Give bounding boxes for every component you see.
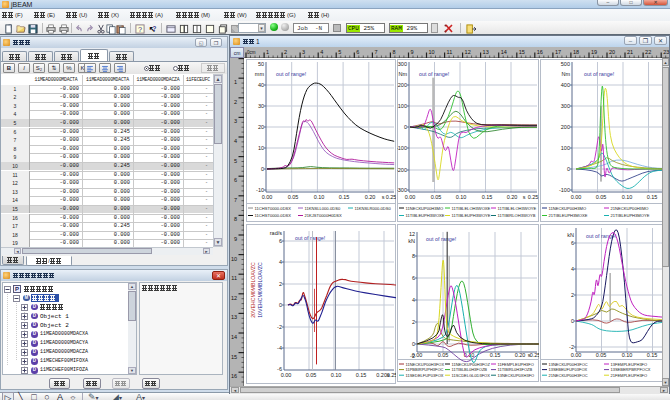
svg-text:2: 2 xyxy=(571,292,574,298)
svg-text:0: 0 xyxy=(261,166,264,172)
svg-text:11SCDELGL0D3FOX: 11SCDELGL0D3FOX xyxy=(452,373,491,378)
svg-text:13SEBERPBRPFOCX: 13SEBERPBRPFOCX xyxy=(611,367,651,372)
svg-text:13SEBEUFUP03FOX: 13SEBEUFUP03FOX xyxy=(549,367,588,372)
svg-text:7: 7 xyxy=(234,197,237,203)
svg-text:s: s xyxy=(523,194,526,200)
svg-text:0.25: 0.25 xyxy=(386,194,396,200)
svg-text:0.15: 0.15 xyxy=(647,352,658,358)
svg-text:11KNSLR000-0DS0: 11KNSLR000-0DS0 xyxy=(355,206,392,211)
svg-text:21TIBLEUPH3MOYE: 21TIBLEUPH3MOYE xyxy=(611,213,650,218)
svg-text:0.00: 0.00 xyxy=(571,194,582,200)
svg-text:11NECKUP00H3FOZ: 11NECKUP00H3FOZ xyxy=(452,362,491,367)
svg-text:0.10: 0.10 xyxy=(456,194,467,200)
svg-text:300: 300 xyxy=(561,103,570,109)
svg-text:0.00: 0.00 xyxy=(281,372,292,378)
svg-text:0.15: 0.15 xyxy=(647,194,658,200)
svg-text:12: 12 xyxy=(409,231,415,237)
svg-text:0: 0 xyxy=(412,341,415,347)
svg-text:2: 2 xyxy=(279,281,282,287)
svg-text:0.15: 0.15 xyxy=(356,372,367,378)
svg-text:0.15: 0.15 xyxy=(490,352,501,358)
svg-text:20: 20 xyxy=(258,124,264,130)
svg-text:50: 50 xyxy=(258,61,264,67)
svg-text:11TIBLEUPH3WOYE: 11TIBLEUPH3WOYE xyxy=(452,213,491,218)
svg-text:0.10: 0.10 xyxy=(622,352,633,358)
svg-text:out of range!: out of range! xyxy=(276,71,307,77)
svg-text:0: 0 xyxy=(567,166,570,172)
svg-text:4: 4 xyxy=(279,259,282,265)
svg-text:11TIBLELOH3WOXE: 11TIBLELOH3WOXE xyxy=(452,206,491,211)
svg-text:4: 4 xyxy=(234,138,237,144)
svg-text:11TIBLEUPH3WOXE: 11TIBLEUPH3WOXE xyxy=(406,213,445,218)
svg-text:0.05: 0.05 xyxy=(438,352,449,358)
svg-text:-2: -2 xyxy=(569,344,574,350)
svg-text:15: 15 xyxy=(231,354,237,360)
svg-text:11KNSLL000-0DS0: 11KNSLL000-0DS0 xyxy=(305,206,341,211)
svg-text:200: 200 xyxy=(398,82,407,88)
svg-text:0.15: 0.15 xyxy=(339,194,350,200)
svg-text:21TIBIRUPH3MOXE: 21TIBIRUPH3MOXE xyxy=(549,221,587,222)
svg-text:11TIBIRL0H3FOZB: 11TIBIRL0H3FOZB xyxy=(498,367,533,372)
svg-text:11NECKUP00H3MO: 11NECKUP00H3MO xyxy=(406,206,444,211)
svg-text:Nm: Nm xyxy=(561,71,570,77)
svg-text:kN: kN xyxy=(408,238,415,244)
svg-text:0.25: 0.25 xyxy=(528,194,539,200)
svg-text:21KJST0000H0DSX: 21KJST0000H0DSX xyxy=(305,213,343,218)
svg-text:11FEMPLEUPH3FO: 11FEMPLEUPH3FO xyxy=(498,362,534,367)
svg-text:4: 4 xyxy=(571,266,574,272)
svg-text:-10: -10 xyxy=(256,187,264,193)
svg-text:0.25: 0.25 xyxy=(387,372,396,378)
svg-text:out of range!: out of range! xyxy=(295,235,326,241)
svg-text:11TIBIRLOH3WOYB: 11TIBIRLOH3WOYB xyxy=(498,213,536,218)
svg-text:0.05: 0.05 xyxy=(288,194,299,200)
svg-text:1: 1 xyxy=(234,79,237,85)
svg-text:11: 11 xyxy=(231,275,237,281)
svg-text:0.10: 0.10 xyxy=(331,372,342,378)
svg-text:out of range!: out of range! xyxy=(426,236,457,242)
svg-text:500: 500 xyxy=(561,61,570,67)
svg-text:100: 100 xyxy=(561,145,570,151)
svg-text:mm: mm xyxy=(255,71,265,77)
svg-text:0.20: 0.20 xyxy=(515,352,526,358)
svg-text:0.00: 0.00 xyxy=(405,194,416,200)
svg-text:0.10: 0.10 xyxy=(314,194,325,200)
svg-text:8: 8 xyxy=(412,253,415,259)
svg-text:12: 12 xyxy=(231,295,237,301)
svg-text:11NECKUP00H3FOX: 11NECKUP00H3FOX xyxy=(406,362,445,367)
svg-text:0: 0 xyxy=(279,302,282,308)
svg-text:2: 2 xyxy=(412,319,415,325)
svg-text:8: 8 xyxy=(234,216,237,222)
svg-text:0.20: 0.20 xyxy=(365,194,376,200)
svg-text:300: 300 xyxy=(398,61,407,67)
svg-text:16: 16 xyxy=(231,373,237,379)
svg-text:6: 6 xyxy=(571,240,574,246)
svg-text:s: s xyxy=(382,194,385,200)
svg-text:21TIBIRUPH3MOYE: 21TIBIRUPH3MOYE xyxy=(611,221,649,222)
svg-text:-100: -100 xyxy=(559,187,570,193)
svg-text:0.00: 0.00 xyxy=(412,352,423,358)
svg-text:0.00: 0.00 xyxy=(571,352,582,358)
svg-text:200: 200 xyxy=(561,124,570,130)
svg-text:3: 3 xyxy=(234,118,237,124)
svg-text:0.05: 0.05 xyxy=(596,194,607,200)
svg-text:0.05: 0.05 xyxy=(306,372,317,378)
svg-text:40: 40 xyxy=(258,82,264,88)
svg-text:0.25: 0.25 xyxy=(530,352,539,358)
svg-text:-100: -100 xyxy=(397,145,407,151)
svg-text:13NECKUP00H3FOC: 13NECKUP00H3FOC xyxy=(549,362,588,367)
svg-text:21TIBLEUPH3MOXE: 21TIBLEUPH3MOXE xyxy=(549,213,588,218)
svg-text:11CHST0000-0DSX: 11CHST0000-0DSX xyxy=(255,206,292,211)
svg-text:6: 6 xyxy=(234,177,237,183)
svg-text:30: 30 xyxy=(258,103,264,109)
svg-text:0: 0 xyxy=(404,124,407,130)
svg-text:9: 9 xyxy=(234,236,237,242)
svg-text:400: 400 xyxy=(561,82,570,88)
svg-text:21NECKUP00H3MO: 21NECKUP00H3MO xyxy=(611,206,649,211)
svg-text:0.00: 0.00 xyxy=(262,194,273,200)
svg-text:14: 14 xyxy=(231,334,237,340)
svg-text:20VEHCM0MBLOAVZC: 20VEHCM0MBLOAVZC xyxy=(250,262,256,318)
svg-text:0.05: 0.05 xyxy=(596,352,607,358)
svg-text:-300: -300 xyxy=(397,187,407,193)
svg-text:-2: -2 xyxy=(277,324,282,330)
svg-text:-200: -200 xyxy=(397,167,407,173)
